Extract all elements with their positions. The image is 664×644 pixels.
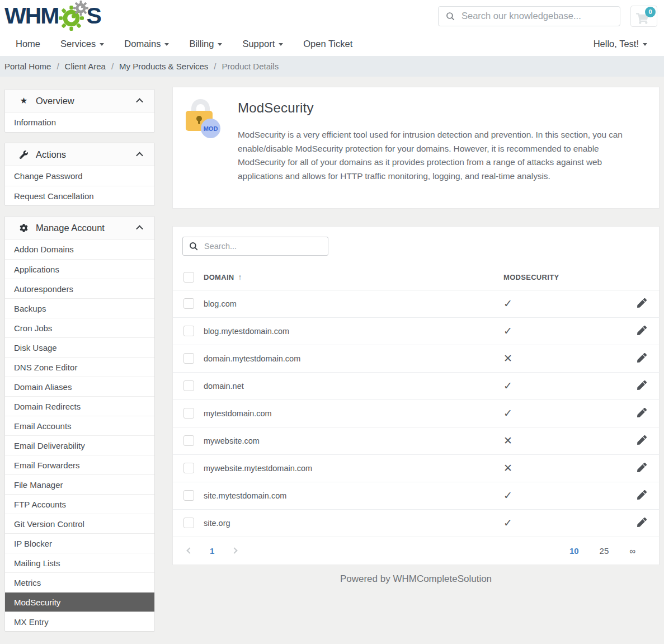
sidebar-item-mx-entry[interactable]: MX Entry	[5, 612, 154, 631]
breadcrumb-portal-home[interactable]: Portal Home	[4, 62, 51, 71]
modsecurity-status-icon: ✓	[503, 407, 512, 419]
powered-by-link[interactable]: Powered by WHMCompleteSolution	[172, 574, 660, 585]
knowledgebase-search-input[interactable]	[461, 11, 613, 21]
nav-billing[interactable]: Billing	[189, 39, 222, 49]
edit-icon[interactable]	[637, 326, 647, 335]
sidebar-item-information[interactable]: Information	[5, 112, 154, 132]
sidebar-item-backups[interactable]: Backups	[5, 298, 154, 318]
sidebar: ★ Overview Information Actions Change Pa…	[4, 89, 155, 642]
select-all-checkbox[interactable]	[183, 272, 194, 283]
domain-cell: mywebsite.mytestdomain.com	[204, 454, 503, 482]
row-checkbox[interactable]	[183, 490, 194, 501]
chevron-left-icon[interactable]	[186, 547, 192, 553]
breadcrumb-my-products[interactable]: My Products & Services	[119, 62, 208, 71]
page-size-25[interactable]: 25	[600, 546, 609, 556]
edit-icon[interactable]	[637, 435, 647, 445]
page-title: ModSecurity	[238, 100, 646, 116]
page-size-all[interactable]: ∞	[629, 546, 635, 556]
sidebar-item-ftp-accounts[interactable]: FTP Accounts	[5, 494, 154, 514]
sidebar-item-domain-aliases[interactable]: Domain Aliases	[5, 377, 154, 396]
row-checkbox[interactable]	[183, 380, 194, 391]
table-row: domain.mytestdomain.com ✕	[173, 345, 660, 372]
overview-panel-header[interactable]: ★ Overview	[5, 90, 154, 112]
manage-account-panel-header[interactable]: Manage Account	[5, 217, 154, 239]
sidebar-item-request-cancellation[interactable]: Request Cancellation	[5, 186, 154, 205]
domain-cell: site.mytestdomain.com	[204, 482, 503, 509]
whmcs-logo[interactable]: WHM	[4, 2, 101, 31]
star-icon: ★	[19, 96, 29, 106]
table-row: site.mytestdomain.com ✓	[173, 482, 660, 509]
page-number[interactable]: 1	[210, 546, 214, 556]
chevron-up-icon	[136, 152, 143, 159]
row-checkbox[interactable]	[183, 435, 194, 446]
cart-count-badge: 0	[645, 7, 656, 17]
gear-logo-icon	[59, 2, 88, 31]
nav-support[interactable]: Support	[242, 39, 283, 49]
main-content: MOD ModSecurity ModSecurity is a very ef…	[172, 87, 660, 642]
sidebar-item-email-accounts[interactable]: Email Accounts	[5, 416, 154, 435]
sidebar-item-file-manager[interactable]: File Manager	[5, 474, 154, 494]
sidebar-item-disk-usage[interactable]: Disk Usage	[5, 337, 154, 357]
sidebar-item-metrics[interactable]: Metrics	[5, 572, 154, 592]
modsecurity-status-icon: ✓	[503, 298, 512, 309]
nav-open-ticket[interactable]: Open Ticket	[303, 39, 352, 49]
sidebar-item-applications[interactable]: Applications	[5, 259, 154, 279]
sidebar-item-email-forwarders[interactable]: Email Forwarders	[5, 455, 154, 474]
row-checkbox[interactable]	[183, 298, 194, 309]
nav-domains[interactable]: Domains	[124, 39, 169, 49]
sidebar-item-cron-jobs[interactable]: Cron Jobs	[5, 318, 154, 337]
edit-icon[interactable]	[637, 408, 647, 417]
nav-home[interactable]: Home	[16, 39, 40, 49]
logo-text-whm: WHM	[4, 3, 58, 29]
column-header-domain[interactable]: DOMAIN↑	[204, 265, 503, 290]
column-header-modsecurity[interactable]: MODSECURITY	[503, 265, 621, 290]
sidebar-item-addon-domains[interactable]: Addon Domains	[5, 239, 154, 259]
edit-icon[interactable]	[637, 490, 647, 500]
edit-icon[interactable]	[637, 463, 647, 472]
sort-ascending-icon: ↑	[238, 272, 242, 281]
sidebar-item-autoresponders[interactable]: Autoresponders	[5, 279, 154, 298]
table-search-box	[182, 237, 328, 256]
modsecurity-status-icon: ✓	[503, 380, 512, 392]
table-search-input[interactable]	[204, 242, 322, 251]
nav-services[interactable]: Services	[60, 39, 104, 49]
knowledgebase-search	[438, 6, 620, 26]
table-row: mywebsite.mytestdomain.com ✕	[173, 454, 660, 482]
edit-icon[interactable]	[637, 298, 647, 308]
sidebar-item-ip-blocker[interactable]: IP Blocker	[5, 533, 154, 553]
edit-icon[interactable]	[637, 380, 647, 390]
chevron-up-icon	[136, 225, 143, 232]
gray-gear-icon	[73, 1, 88, 16]
sidebar-item-modsecurity[interactable]: ModSecurity	[5, 592, 154, 612]
actions-panel-header[interactable]: Actions	[5, 143, 154, 166]
panel-title: Manage Account	[36, 223, 105, 233]
user-menu[interactable]: Hello, Test!	[594, 39, 647, 49]
edit-icon[interactable]	[637, 518, 647, 527]
page-size-10[interactable]: 10	[569, 546, 579, 556]
caret-down-icon	[100, 43, 104, 46]
modsecurity-status-icon: ✓	[503, 517, 512, 529]
breadcrumb-separator: /	[111, 62, 114, 71]
main-navigation: Home Services Domains Billing Support Op…	[0, 32, 664, 56]
panel-title: Actions	[36, 149, 66, 160]
row-checkbox[interactable]	[183, 353, 194, 364]
mod-badge: MOD	[201, 119, 220, 138]
edit-icon[interactable]	[637, 353, 647, 363]
breadcrumb-client-area[interactable]: Client Area	[65, 62, 106, 71]
sidebar-item-domain-redirects[interactable]: Domain Redirects	[5, 396, 154, 416]
row-checkbox[interactable]	[183, 463, 194, 473]
sidebar-item-mailing-lists[interactable]: Mailing Lists	[5, 553, 154, 572]
breadcrumb: Portal Home / Client Area / My Products …	[0, 56, 664, 77]
sidebar-item-dns-zone-editor[interactable]: DNS Zone Editor	[5, 357, 154, 377]
search-icon	[189, 241, 199, 251]
product-header-panel: MOD ModSecurity ModSecurity is a very ef…	[172, 87, 660, 209]
domain-cell: mytestdomain.com	[204, 399, 503, 427]
chevron-right-icon[interactable]	[232, 547, 238, 553]
row-checkbox[interactable]	[183, 408, 194, 419]
sidebar-item-git-version-control[interactable]: Git Version Control	[5, 514, 154, 533]
row-checkbox[interactable]	[183, 518, 194, 528]
sidebar-item-email-deliverability[interactable]: Email Deliverability	[5, 435, 154, 455]
row-checkbox[interactable]	[183, 326, 194, 336]
sidebar-item-change-password[interactable]: Change Password	[5, 166, 154, 186]
cart-button[interactable]: 0	[630, 6, 657, 27]
